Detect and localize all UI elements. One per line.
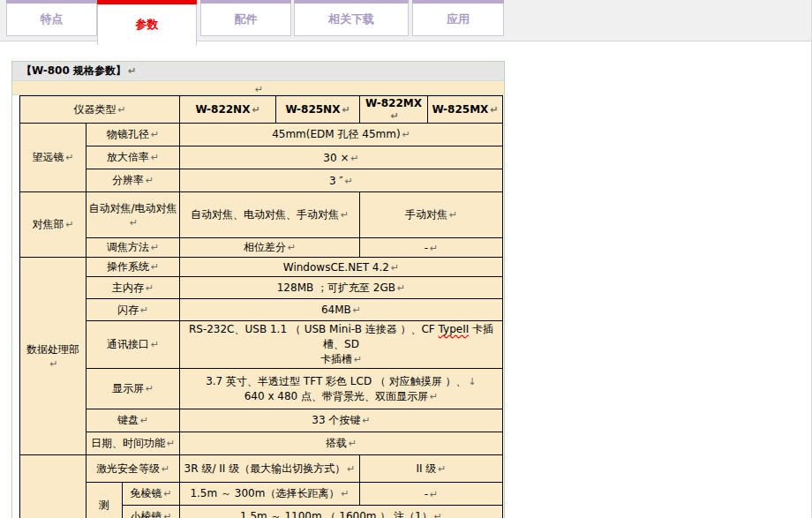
- pilcrow-icon: ↵: [163, 488, 171, 499]
- pilcrow-icon: ↵: [288, 242, 296, 253]
- table-row: 日期、时间功能↵ 搭载↵: [20, 432, 503, 455]
- table-row: 键盘↵ 33 个按键↵: [20, 409, 503, 432]
- tab-label: 应用: [447, 11, 470, 27]
- instrument-type-cell: 仪器类型↵: [20, 96, 180, 124]
- tab-downloads[interactable]: 相关下载: [294, 0, 409, 36]
- table-row: 显示屏↵ 3.7 英寸、半透过型 TFT 彩色 LCD （ 对应触摸屏 ）、↓6…: [20, 369, 503, 409]
- label-cell: 键盘↵: [86, 409, 180, 432]
- spec-title: 【W-800 规格参数】↵: [12, 62, 504, 81]
- label-cell: 通讯接口↵: [86, 321, 180, 369]
- pilcrow-icon: ↵: [347, 463, 355, 475]
- subgroup-cell-range: 测: [86, 483, 123, 518]
- tab-label: 特点: [41, 11, 64, 27]
- model-header-3: W-822MX↵: [360, 96, 428, 124]
- model-header-1: W-822NX↵: [180, 96, 276, 124]
- pilcrow-icon: ↵: [341, 209, 349, 221]
- value-cell: -↵: [360, 238, 503, 258]
- group-cell-data-processing: 数据处理部↵: [20, 258, 86, 455]
- pilcrow-icon: ↵: [65, 152, 73, 163]
- value-cell: 64MB↵: [180, 299, 503, 321]
- pilcrow-icon: ↵: [151, 152, 159, 163]
- pilcrow-icon: ↵: [117, 104, 125, 116]
- value-cell-display: 3.7 英寸、半透过型 TFT 彩色 LCD （ 对应触摸屏 ）、↓640 x …: [180, 369, 503, 409]
- value-cell: -↵: [360, 483, 503, 506]
- linebreak-icon: ↓: [469, 376, 477, 387]
- pilcrow-icon: ↵: [434, 511, 442, 518]
- table-row: 测 免棱镜↵ 1.5m ～ 300m（选择长距离）↵ -↵: [20, 483, 503, 506]
- value-cell: 33 个按键↵: [180, 409, 503, 432]
- table-row: 对焦部↵ 自动对焦/电动对焦↵ 自动对焦、电动对焦、手动对焦↵ 手动对焦↵: [20, 192, 503, 238]
- table-row: 调焦方法↵ 相位差分↵ -↵: [20, 238, 503, 258]
- pilcrow-icon: ↵: [362, 415, 370, 426]
- pilcrow-icon: ↵: [390, 110, 398, 122]
- pilcrow-icon: ↵: [130, 217, 138, 229]
- pilcrow-icon: ↵: [151, 242, 159, 253]
- value-cell: 1.5m ～ 300m（选择长距离）↵: [180, 483, 360, 506]
- table-row: 主内存↵ 128MB ；可扩充至 2GB↵: [20, 277, 503, 299]
- tab-features[interactable]: 特点: [6, 0, 97, 36]
- table-row: 数据处理部↵ 操作系统↵ WindowsCE.NET 4.2↵: [20, 258, 503, 277]
- pilcrow-icon: ↵: [146, 383, 154, 394]
- label-cell: 小棱镜↵: [123, 506, 180, 518]
- pilcrow-icon: ↵: [167, 438, 175, 449]
- value-cell: 相位差分↵: [180, 238, 360, 258]
- pilcrow-icon: ↵: [449, 209, 457, 221]
- pilcrow-icon: ↵: [345, 176, 353, 187]
- pilcrow-icon: ↵: [49, 358, 57, 370]
- table-row-header: 仪器类型↵ W-822NX↵ W-825NX↵ W-822MX↵ W-825MX…: [20, 96, 503, 124]
- pilcrow-icon: ↵: [162, 463, 169, 475]
- tab-accessories[interactable]: 配件: [200, 0, 291, 36]
- tab-label: 配件: [235, 11, 258, 27]
- pilcrow-icon: ↵: [430, 489, 438, 500]
- value-cell: 30 ×↵: [180, 146, 503, 169]
- label-cell: 日期、时间功能↵: [86, 432, 180, 455]
- table-row: 通讯接口↵ RS-232C、USB 1.1 （ USB Mini-B 连接器 ）…: [20, 321, 503, 369]
- tab-applications[interactable]: 应用: [412, 0, 504, 36]
- label-cell: 闪存↵: [86, 299, 180, 321]
- pilcrow-icon: ↵: [430, 391, 438, 402]
- value-cell: 3 ″↵: [180, 169, 503, 192]
- pilcrow-icon: ↵: [65, 219, 73, 230]
- value-cell-interface: RS-232C、USB 1.1 （ USB Mini-B 连接器 ）、CF Ty…: [180, 321, 503, 369]
- model-header-2: W-825NX↵: [276, 96, 360, 124]
- spec-title-text: 【W-800 规格参数】: [21, 64, 126, 77]
- label-cell: 调焦方法↵: [86, 238, 180, 258]
- label-cell-laser: 激光安全等级↵: [86, 455, 180, 483]
- value-cell: 1.5m ～ 1100m （ 1600m ） 注（1）↵: [180, 506, 503, 518]
- pilcrow-icon: ↵: [140, 304, 148, 316]
- value-cell: II 级↵: [360, 455, 503, 483]
- table-row: 放大倍率↵ 30 ×↵: [20, 146, 503, 169]
- group-cell-bottom: [20, 455, 86, 518]
- value-cell: 搭载↵: [180, 432, 503, 455]
- pilcrow-icon: ↵: [350, 153, 358, 164]
- label-cell: 自动对焦/电动对焦↵: [86, 192, 180, 238]
- label-cell: 物镜孔径↵: [86, 124, 180, 146]
- table-row: 激光安全等级↵ 3R 级/ II 级（最大输出切换方式）↵ II 级↵: [20, 455, 503, 483]
- pilcrow-icon: ↵: [490, 104, 498, 116]
- pilcrow-icon: ↵: [349, 438, 357, 449]
- pilcrow-icon: ↵: [128, 65, 136, 77]
- pilcrow-icon: ↵: [402, 129, 410, 140]
- pilcrow-icon: ↵: [151, 129, 159, 140]
- pilcrow-icon: ↵: [430, 243, 438, 254]
- table-row: 分辨率↵ 3 ″↵: [20, 169, 503, 192]
- pilcrow-icon: ↵: [353, 304, 361, 316]
- pilcrow-icon: ↵: [391, 262, 399, 274]
- label-cell: 放大倍率↵: [86, 146, 180, 169]
- pilcrow-icon: ↵: [163, 511, 171, 518]
- value-cell: WindowsCE.NET 4.2↵: [180, 258, 503, 277]
- value-cell: 45mm(EDM 孔径 45mm)↵: [180, 124, 503, 146]
- group-cell-telescope: 望远镜↵: [20, 124, 86, 192]
- spellcheck-underline: TypeII: [439, 323, 470, 335]
- pilcrow-icon: ↵: [151, 339, 159, 350]
- pilcrow-icon: ↵: [255, 84, 263, 95]
- tab-parameters[interactable]: 参数: [97, 0, 197, 45]
- label-cell: 主内存↵: [86, 277, 180, 299]
- label-cell: 分辨率↵: [86, 169, 180, 192]
- value-cell: 手动对焦↵: [360, 192, 503, 238]
- table-row: 闪存↵ 64MB↵: [20, 299, 503, 321]
- pilcrow-icon: ↵: [146, 175, 154, 186]
- pilcrow-icon: ↵: [397, 282, 405, 294]
- label-cell: 显示屏↵: [86, 369, 180, 409]
- pilcrow-icon: ↵: [438, 463, 446, 475]
